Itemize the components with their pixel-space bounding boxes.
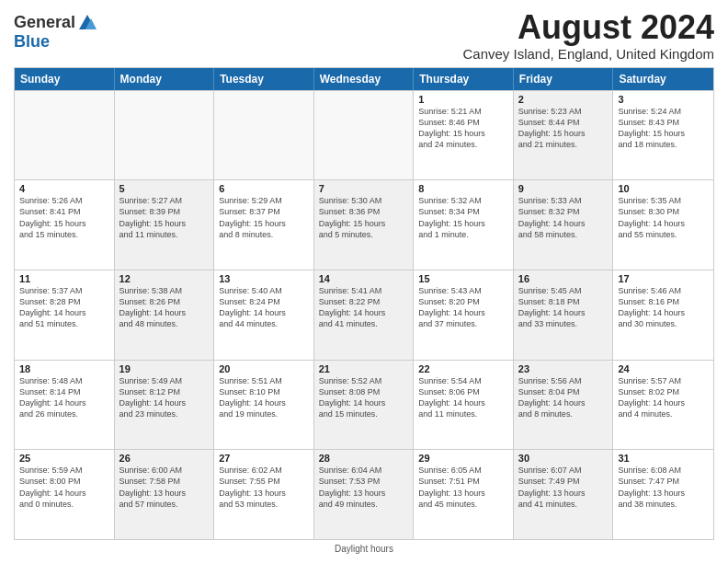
day-number: 14 (319, 273, 409, 284)
day-number: 12 (119, 273, 210, 284)
cell-info: Sunrise: 5:57 AM Sunset: 8:02 PM Dayligh… (618, 375, 709, 420)
header-cell-sunday: Sunday (15, 68, 115, 90)
cal-cell (314, 91, 415, 180)
cal-cell: 23Sunrise: 5:56 AM Sunset: 8:04 PM Dayli… (514, 361, 614, 450)
location: Canvey Island, England, United Kingdom (462, 46, 714, 62)
cal-cell: 3Sunrise: 5:24 AM Sunset: 8:43 PM Daylig… (613, 91, 713, 180)
header: General Blue August 2024 Canvey Island, … (14, 9, 714, 62)
cal-cell: 22Sunrise: 5:54 AM Sunset: 8:06 PM Dayli… (414, 361, 514, 450)
cal-cell: 24Sunrise: 5:57 AM Sunset: 8:02 PM Dayli… (613, 361, 713, 450)
cal-cell: 5Sunrise: 5:27 AM Sunset: 8:39 PM Daylig… (115, 180, 215, 270)
day-number: 23 (518, 363, 609, 374)
cell-info: Sunrise: 6:00 AM Sunset: 7:58 PM Dayligh… (119, 465, 210, 510)
day-number: 29 (418, 453, 508, 464)
cell-info: Sunrise: 5:23 AM Sunset: 8:44 PM Dayligh… (518, 106, 609, 151)
day-number: 5 (119, 183, 210, 194)
cell-info: Sunrise: 6:07 AM Sunset: 7:49 PM Dayligh… (518, 465, 609, 510)
cal-cell: 19Sunrise: 5:49 AM Sunset: 8:12 PM Dayli… (115, 361, 215, 450)
calendar: SundayMondayTuesdayWednesdayThursdayFrid… (14, 67, 714, 540)
cal-cell: 8Sunrise: 5:32 AM Sunset: 8:34 PM Daylig… (414, 180, 514, 270)
day-number: 9 (518, 183, 609, 194)
cell-info: Sunrise: 5:21 AM Sunset: 8:46 PM Dayligh… (418, 106, 508, 151)
cell-info: Sunrise: 5:35 AM Sunset: 8:30 PM Dayligh… (618, 195, 709, 240)
day-number: 24 (618, 363, 709, 374)
day-number: 11 (19, 273, 109, 284)
logo-icon (77, 13, 97, 33)
cell-info: Sunrise: 5:24 AM Sunset: 8:43 PM Dayligh… (618, 106, 709, 151)
calendar-row-4: 25Sunrise: 5:59 AM Sunset: 8:00 PM Dayli… (15, 449, 713, 539)
day-number: 10 (618, 183, 709, 194)
day-number: 3 (618, 94, 709, 105)
day-number: 26 (119, 453, 210, 464)
cal-cell: 11Sunrise: 5:37 AM Sunset: 8:28 PM Dayli… (15, 270, 115, 360)
cal-cell: 12Sunrise: 5:38 AM Sunset: 8:26 PM Dayli… (115, 270, 215, 360)
cell-info: Sunrise: 5:38 AM Sunset: 8:26 PM Dayligh… (119, 285, 210, 330)
day-number: 30 (518, 453, 609, 464)
calendar-row-3: 18Sunrise: 5:48 AM Sunset: 8:14 PM Dayli… (15, 360, 713, 450)
day-number: 7 (319, 183, 409, 194)
day-number: 31 (618, 453, 709, 464)
cal-cell: 26Sunrise: 6:00 AM Sunset: 7:58 PM Dayli… (115, 450, 215, 539)
cell-info: Sunrise: 5:30 AM Sunset: 8:36 PM Dayligh… (319, 195, 409, 240)
header-cell-monday: Monday (115, 68, 215, 90)
cal-cell: 25Sunrise: 5:59 AM Sunset: 8:00 PM Dayli… (15, 450, 115, 539)
day-number: 13 (219, 273, 309, 284)
cell-info: Sunrise: 5:45 AM Sunset: 8:18 PM Dayligh… (518, 285, 609, 330)
page: General Blue August 2024 Canvey Island, … (0, 0, 728, 563)
cell-info: Sunrise: 5:37 AM Sunset: 8:28 PM Dayligh… (19, 285, 109, 330)
day-number: 6 (219, 183, 309, 194)
cal-cell: 15Sunrise: 5:43 AM Sunset: 8:20 PM Dayli… (414, 270, 514, 360)
day-number: 18 (19, 363, 109, 374)
cal-cell (214, 91, 314, 180)
day-number: 8 (418, 183, 508, 194)
cal-cell: 10Sunrise: 5:35 AM Sunset: 8:30 PM Dayli… (613, 180, 713, 270)
cell-info: Sunrise: 5:26 AM Sunset: 8:41 PM Dayligh… (19, 195, 109, 240)
cal-cell: 17Sunrise: 5:46 AM Sunset: 8:16 PM Dayli… (613, 270, 713, 360)
cal-cell: 13Sunrise: 5:40 AM Sunset: 8:24 PM Dayli… (214, 270, 314, 360)
month-year: August 2024 (462, 9, 714, 46)
cal-cell: 30Sunrise: 6:07 AM Sunset: 7:49 PM Dayli… (514, 450, 614, 539)
title-block: August 2024 Canvey Island, England, Unit… (462, 9, 714, 62)
cal-cell: 7Sunrise: 5:30 AM Sunset: 8:36 PM Daylig… (314, 180, 415, 270)
day-number: 28 (319, 453, 409, 464)
logo-general: General (14, 14, 75, 32)
cal-cell: 2Sunrise: 5:23 AM Sunset: 8:44 PM Daylig… (514, 91, 614, 180)
header-cell-wednesday: Wednesday (314, 68, 415, 90)
cell-info: Sunrise: 5:43 AM Sunset: 8:20 PM Dayligh… (418, 285, 508, 330)
cal-cell: 31Sunrise: 6:08 AM Sunset: 7:47 PM Dayli… (613, 450, 713, 539)
day-number: 25 (19, 453, 109, 464)
cal-cell: 14Sunrise: 5:41 AM Sunset: 8:22 PM Dayli… (314, 270, 415, 360)
cell-info: Sunrise: 6:04 AM Sunset: 7:53 PM Dayligh… (319, 465, 409, 510)
calendar-row-2: 11Sunrise: 5:37 AM Sunset: 8:28 PM Dayli… (15, 270, 713, 360)
calendar-row-0: 1Sunrise: 5:21 AM Sunset: 8:46 PM Daylig… (15, 90, 713, 180)
cal-cell: 29Sunrise: 6:05 AM Sunset: 7:51 PM Dayli… (414, 450, 514, 539)
day-number: 17 (618, 273, 709, 284)
cell-info: Sunrise: 6:02 AM Sunset: 7:55 PM Dayligh… (219, 465, 309, 510)
cal-cell: 16Sunrise: 5:45 AM Sunset: 8:18 PM Dayli… (514, 270, 614, 360)
cell-info: Sunrise: 5:51 AM Sunset: 8:10 PM Dayligh… (219, 375, 309, 420)
logo: General Blue (14, 13, 97, 52)
header-cell-tuesday: Tuesday (214, 68, 314, 90)
cal-cell: 18Sunrise: 5:48 AM Sunset: 8:14 PM Dayli… (15, 361, 115, 450)
cal-cell (115, 91, 215, 180)
day-number: 16 (518, 273, 609, 284)
cal-cell: 6Sunrise: 5:29 AM Sunset: 8:37 PM Daylig… (214, 180, 314, 270)
cal-cell: 4Sunrise: 5:26 AM Sunset: 8:41 PM Daylig… (15, 180, 115, 270)
cell-info: Sunrise: 5:48 AM Sunset: 8:14 PM Dayligh… (19, 375, 109, 420)
cell-info: Sunrise: 5:33 AM Sunset: 8:32 PM Dayligh… (518, 195, 609, 240)
cell-info: Sunrise: 5:46 AM Sunset: 8:16 PM Dayligh… (618, 285, 709, 330)
cell-info: Sunrise: 5:54 AM Sunset: 8:06 PM Dayligh… (418, 375, 508, 420)
header-cell-friday: Friday (514, 68, 614, 90)
day-number: 21 (319, 363, 409, 374)
day-number: 1 (418, 94, 508, 105)
logo-blue: Blue (14, 33, 97, 52)
cal-cell: 20Sunrise: 5:51 AM Sunset: 8:10 PM Dayli… (214, 361, 314, 450)
cell-info: Sunrise: 5:27 AM Sunset: 8:39 PM Dayligh… (119, 195, 210, 240)
day-number: 22 (418, 363, 508, 374)
day-number: 15 (418, 273, 508, 284)
cell-info: Sunrise: 5:40 AM Sunset: 8:24 PM Dayligh… (219, 285, 309, 330)
header-cell-thursday: Thursday (414, 68, 514, 90)
cal-cell: 9Sunrise: 5:33 AM Sunset: 8:32 PM Daylig… (514, 180, 614, 270)
header-cell-saturday: Saturday (613, 68, 713, 90)
calendar-row-1: 4Sunrise: 5:26 AM Sunset: 8:41 PM Daylig… (15, 179, 713, 270)
